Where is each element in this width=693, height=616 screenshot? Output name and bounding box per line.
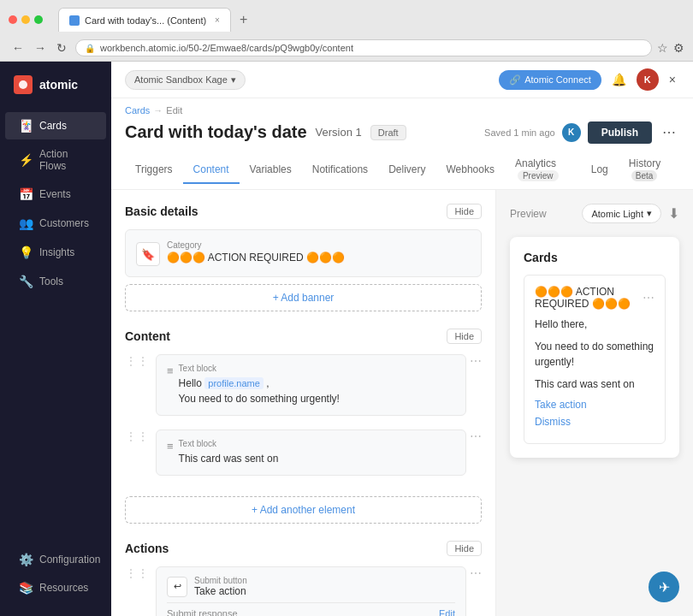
atomic-connect-button[interactable]: 🔗 Atomic Connect [499,70,601,90]
breadcrumb: Cards → Edit [125,105,679,116]
tab-log[interactable]: Log [581,157,619,184]
submit-action-block[interactable]: ↩ Submit button Take action Submit respo… [156,566,466,616]
category-value: 🟠🟠🟠 ACTION REQUIRED 🟠🟠🟠 [167,252,471,264]
tab-analytics[interactable]: Analytics Preview [505,151,581,190]
lock-icon: 🔒 [85,44,95,53]
tab-delivery[interactable]: Delivery [378,157,435,184]
block-more-icon[interactable]: ⋯ [470,354,482,368]
actions-hide-button[interactable]: Hide [447,541,482,556]
browser-chrome: Card with today's... (Content) × + ← → ↻… [0,0,693,62]
add-banner-button[interactable]: + Add banner [125,284,482,311]
text-block-1[interactable]: ≡ Text block Hello profile.name , You ne… [156,354,466,416]
analytics-preview-badge: Preview [518,170,559,181]
drag-handle-icon[interactable]: ⋮⋮ [125,354,149,368]
basic-details-title: Basic details [125,204,198,218]
forward-button[interactable]: → [31,39,50,56]
dismiss-link[interactable]: Dismiss [535,416,654,428]
more-options-icon[interactable]: ⋯ [659,121,679,144]
basic-details-hide-button[interactable]: Hide [447,204,482,219]
extensions-icon[interactable]: ⚙ [673,41,684,55]
category-label: Category [167,240,471,250]
content-title: Content [125,329,170,343]
basic-details-section: Basic details Hide 🔖 Category 🟠🟠🟠 ACTION… [125,204,482,311]
preview-theme-label: Atomic Light [591,209,643,219]
sidebar-item-label: Configuration [39,554,100,566]
sidebar-item-events[interactable]: 📅 Events [5,181,106,208]
main-content: Atomic Sandbox Kage ▾ 🔗 Atomic Connect 🔔… [111,62,693,616]
sidebar-item-label: Events [39,188,71,200]
draft-badge: Draft [370,125,406,140]
favicon-icon [69,15,80,26]
download-icon[interactable]: ⬇ [668,205,679,222]
breadcrumb-edit: Edit [166,105,182,116]
take-action-link[interactable]: Take action [535,399,654,411]
sidebar-item-configuration[interactable]: ⚙️ Configuration [5,546,106,573]
preview-card-more-icon[interactable]: ⋯ [643,291,654,305]
back-button[interactable]: ← [9,39,27,56]
breadcrumb-cards[interactable]: Cards [125,105,150,116]
bookmark-icon[interactable]: ☆ [657,41,668,55]
new-tab-button[interactable]: + [234,10,252,29]
content-section: Content Hide ⋮⋮ ≡ Text block [125,329,482,524]
sidebar-item-action-flows[interactable]: ⚡ Action Flows [5,141,106,179]
sidebar-item-resources[interactable]: 📚 Resources [5,574,106,601]
sidebar: atomic 🃏 Cards ⚡ Action Flows 📅 Events 👥… [0,62,111,616]
browser-tab[interactable]: Card with today's... (Content) × [58,8,231,32]
sandbox-selector[interactable]: Atomic Sandbox Kage ▾ [125,70,246,90]
actions-section: Actions Hide ⋮⋮ ↩ Submit button Take act… [125,541,482,616]
category-block: 🔖 Category 🟠🟠🟠 ACTION REQUIRED 🟠🟠🟠 [125,229,482,277]
preview-theme-button[interactable]: Atomic Light ▾ [582,204,661,223]
text-block-value: This card was sent on [179,451,455,466]
content-hide-button[interactable]: Hide [447,329,482,344]
sidebar-item-label: Action Flows [39,148,92,172]
sidebar-item-customers[interactable]: 👥 Customers [5,210,106,237]
send-icon[interactable]: ✈ [649,572,679,602]
drag-handle-icon[interactable]: ⋮⋮ [125,429,149,443]
submit-action-value: Take action [194,585,247,597]
tab-webhooks[interactable]: Webhooks [435,157,504,184]
text-block-2-wrapper: ⋮⋮ ≡ Text block This card was sent on ⋯ [125,429,482,483]
sidebar-item-insights[interactable]: 💡 Insights [5,239,106,266]
notifications-icon[interactable]: 🔔 [608,69,630,90]
chevron-down-icon: ▾ [231,74,236,86]
tabs: Triggers Content Variables Notifications… [111,151,693,190]
text-block-2[interactable]: ≡ Text block This card was sent on [156,429,466,476]
sidebar-item-cards[interactable]: 🃏 Cards [5,112,106,139]
sandbox-label: Atomic Sandbox Kage [134,74,228,85]
edit-button[interactable]: Edit [439,608,455,616]
tools-icon: 🔧 [19,275,33,288]
publish-button[interactable]: Publish [588,121,652,144]
tab-triggers[interactable]: Triggers [125,157,183,184]
browser-dots [9,15,43,24]
tab-title: Card with today's... (Content) [85,15,206,26]
text-icon: ≡ [167,440,174,453]
close-dot[interactable] [9,15,17,24]
preview-panel: Preview Atomic Light ▾ ⬇ Cards 🟠🟠🟠 ACTIO… [496,190,693,616]
avatar[interactable]: K [637,68,659,91]
sidebar-item-label: Insights [39,246,74,258]
tab-content[interactable]: Content [183,157,240,184]
sidebar-item-label: Tools [39,275,63,287]
text-block-label: Text block [179,439,455,448]
drag-handle-icon[interactable]: ⋮⋮ [125,566,149,580]
block-more-icon[interactable]: ⋯ [470,429,482,443]
tab-close-icon[interactable]: × [215,15,220,25]
tab-history[interactable]: History Beta [619,151,679,190]
configuration-icon: ⚙️ [19,553,33,566]
url-bar[interactable]: 🔒 workbench.atomic.io/50-2/Emwae8/cards/… [75,39,652,56]
tab-variables[interactable]: Variables [240,157,302,184]
block-more-icon[interactable]: ⋯ [470,566,482,580]
maximize-dot[interactable] [34,15,43,24]
sidebar-item-label: Cards [39,120,67,132]
reload-button[interactable]: ↻ [53,39,70,56]
sidebar-item-label: Customers [39,217,89,229]
sidebar-logo: atomic [0,75,111,111]
svg-point-0 [19,80,27,89]
minimize-dot[interactable] [21,15,30,24]
close-icon[interactable]: × [666,69,679,90]
tab-notifications[interactable]: Notifications [302,157,378,184]
sidebar-item-tools[interactable]: 🔧 Tools [5,268,106,295]
cards-icon: 🃏 [19,119,33,133]
add-element-button[interactable]: + Add another element [125,496,482,524]
preview-card-line2: You need to do something urgently! [535,339,654,370]
